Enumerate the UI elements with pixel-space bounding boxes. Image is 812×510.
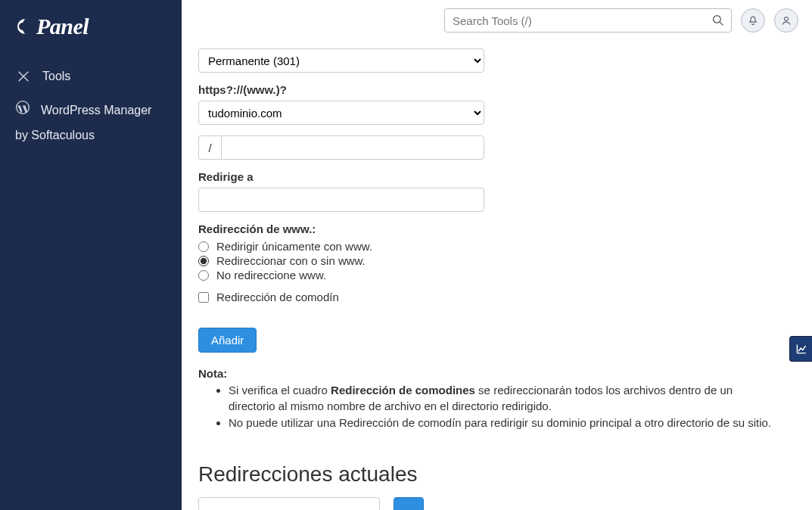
topbar xyxy=(182,0,812,41)
path-prefix: / xyxy=(198,135,221,160)
sidebar: Panel Tools WordPress Manager by Softacu… xyxy=(0,0,182,510)
sidebar-item-sublabel: by Softaculous xyxy=(15,126,166,145)
add-button[interactable]: Añadir xyxy=(198,328,257,353)
www-radio-none[interactable]: No redireccione www. xyxy=(198,269,774,281)
domain-label: https?://(www.)? xyxy=(198,83,774,96)
www-radio-with-or-without[interactable]: Redireccionar con o sin www. xyxy=(198,254,774,267)
filter-input[interactable] xyxy=(198,497,380,510)
www-radio-only-www[interactable]: Redirigir únicamente con www. xyxy=(198,240,774,253)
note-item: Si verifica el cuadro Redirección de com… xyxy=(229,383,774,414)
stats-tab-button[interactable] xyxy=(789,336,812,362)
wordpress-icon xyxy=(15,100,30,121)
sidebar-item-tools[interactable]: Tools xyxy=(0,61,182,92)
www-heading: Redirección de www.: xyxy=(198,222,774,235)
radio-label: Redireccionar con o sin www. xyxy=(216,254,366,267)
domain-select[interactable]: tudominio.com xyxy=(198,101,484,125)
main-content: Permanente (301) https?://(www.)? tudomi… xyxy=(182,41,812,510)
note-item: No puede utilizar una Redirección de com… xyxy=(229,415,774,431)
wildcard-checkbox-row[interactable]: Redirección de comodín xyxy=(198,291,774,303)
logo[interactable]: Panel xyxy=(0,14,182,61)
note-block: Nota: Si verifica el cuadro Redirección … xyxy=(198,366,774,431)
sidebar-item-wordpress-manager[interactable]: WordPress Manager by Softaculous xyxy=(0,92,182,152)
redirect-type-select[interactable]: Permanente (301) xyxy=(198,48,484,73)
svg-point-1 xyxy=(714,16,721,23)
notifications-button[interactable] xyxy=(741,8,765,33)
sidebar-item-label: WordPress Manager xyxy=(41,101,151,120)
redirect-to-label: Redirige a xyxy=(198,170,774,183)
radio-input[interactable] xyxy=(198,256,209,266)
user-icon xyxy=(781,15,792,26)
bell-icon xyxy=(748,15,758,26)
cpanel-mark-icon xyxy=(14,16,36,37)
logo-text: Panel xyxy=(36,14,89,39)
radio-input[interactable] xyxy=(198,241,209,252)
wildcard-checkbox[interactable] xyxy=(198,292,209,303)
search-icon xyxy=(712,14,724,26)
wildcard-label: Redirección de comodín xyxy=(216,291,339,303)
radio-input[interactable] xyxy=(198,270,209,281)
redirect-to-input[interactable] xyxy=(198,188,484,212)
chart-icon xyxy=(795,343,807,355)
svg-point-0 xyxy=(17,101,30,114)
search-wrap xyxy=(444,8,732,33)
path-input[interactable] xyxy=(221,135,484,160)
filter-button[interactable] xyxy=(394,497,424,510)
note-heading: Nota: xyxy=(198,367,227,380)
radio-label: No redireccione www. xyxy=(216,269,326,281)
current-redirects-title: Redirecciones actuales xyxy=(198,462,774,487)
svg-point-2 xyxy=(785,17,789,20)
sidebar-item-label: Tools xyxy=(42,70,70,83)
tools-icon xyxy=(15,68,32,85)
account-button[interactable] xyxy=(774,8,798,33)
search-input[interactable] xyxy=(444,8,732,33)
filter-row xyxy=(198,497,774,510)
radio-label: Redirigir únicamente con www. xyxy=(216,240,372,253)
search-button[interactable] xyxy=(709,11,727,30)
